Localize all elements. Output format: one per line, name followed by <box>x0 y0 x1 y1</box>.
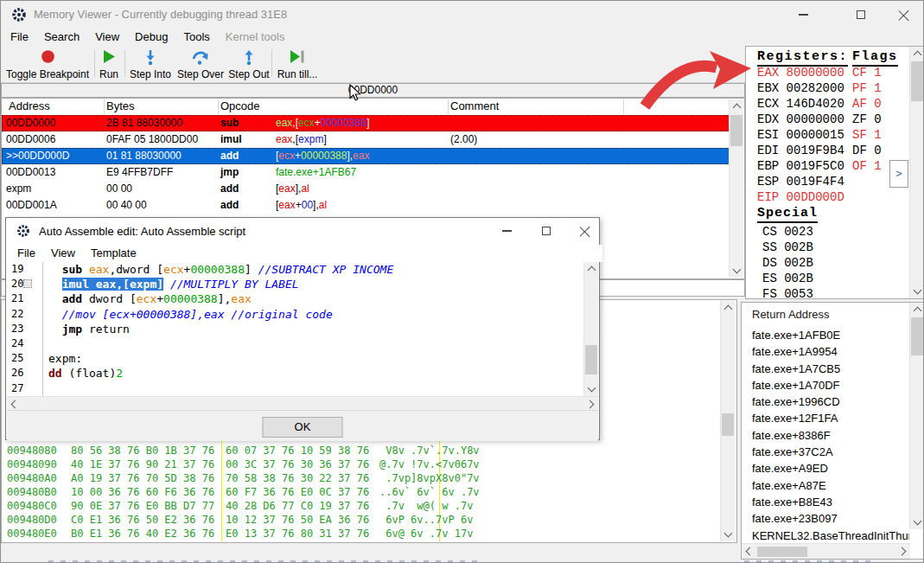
scroll-left-arrow[interactable] <box>7 397 21 411</box>
register-row[interactable]: EDI 0019F9B4DF 0 <box>757 143 907 158</box>
code-line[interactable]: sub eax,dword [ecx+00000388] //SUBTRACT … <box>43 262 584 277</box>
register-row[interactable]: EIP 00DD000D <box>757 189 907 205</box>
scroll-up-arrow[interactable] <box>910 47 924 61</box>
disassembly-scrollbar[interactable] <box>729 99 743 278</box>
scroll-down-arrow[interactable] <box>584 382 598 396</box>
stack-item[interactable]: fate.exe+A87E <box>752 477 909 494</box>
column-comment[interactable]: Comment <box>450 99 499 112</box>
ok-button[interactable]: OK <box>263 417 343 438</box>
scroll-left-arrow[interactable] <box>742 544 755 558</box>
stack-item[interactable]: fate.exe+1A9954 <box>752 343 909 360</box>
title-bar[interactable]: Memory Viewer - Currently debugging thre… <box>1 1 923 29</box>
script-editor[interactable]: 192021222324252627 sub eax,dword [ecx+00… <box>7 262 598 396</box>
stack-item[interactable]: KERNEL32.BaseThreadInitThunk+1 <box>752 528 909 544</box>
stack-hscrollbar[interactable] <box>742 543 910 559</box>
segment-register-row[interactable]: DS 002B <box>762 255 907 271</box>
scroll-up-arrow[interactable] <box>730 99 743 113</box>
disasm-row[interactable]: 00DD0013E9 4FFB7DFFjmpfate.exe+1AFB67 <box>2 164 730 181</box>
code-line[interactable]: imul eax,[expm] //MULTIPLY BY LABEL <box>43 277 584 291</box>
dialog-menu-view[interactable]: View <box>43 245 83 262</box>
scroll-down-arrow[interactable] <box>910 515 924 529</box>
code-line[interactable]: jmp return <box>43 322 584 336</box>
hex-row[interactable]: 009480C090 0E 37 76 E0 BB D7 7740 28 D6 … <box>2 499 719 513</box>
dialog-menu-file[interactable]: File <box>10 245 43 262</box>
register-row[interactable]: EDX 00000000ZF 0 <box>757 112 907 127</box>
run-till-button[interactable]: Run till... <box>275 48 320 80</box>
code-line[interactable]: //mov [ecx+00000388],eax //original code <box>43 307 584 322</box>
hex-row[interactable]: 0094808080 56 38 76 B0 1B 37 7660 07 37 … <box>2 444 719 457</box>
stack-item[interactable]: fate.exe+1A70DF <box>752 377 909 393</box>
run-button[interactable]: Run <box>96 48 122 80</box>
scroll-up-arrow[interactable] <box>910 303 924 317</box>
register-row[interactable]: EBX 00282000PF 1 <box>757 80 907 96</box>
stack-header[interactable]: Return Address <box>752 308 830 321</box>
menu-search[interactable]: Search <box>36 29 87 46</box>
scrollbar-thumb[interactable] <box>911 317 923 355</box>
hex-row[interactable]: 009480E0B0 E1 36 76 40 E2 36 76E0 13 37 … <box>2 527 719 541</box>
minimize-button[interactable] <box>784 1 823 29</box>
scroll-up-arrow[interactable] <box>721 301 735 315</box>
scrollbar-thumb[interactable] <box>911 61 923 101</box>
menu-view[interactable]: View <box>87 29 127 46</box>
menu-tools[interactable]: Tools <box>175 29 217 46</box>
scroll-right-arrow[interactable] <box>584 397 598 411</box>
segment-register-row[interactable]: FS 0053 <box>762 286 907 299</box>
editor-hscrollbar[interactable] <box>7 396 598 411</box>
column-divider[interactable] <box>218 99 219 114</box>
disasm-row[interactable]: 00DD00002B 81 88030000subeax,[ecx+000003… <box>2 115 730 131</box>
expand-registers-button[interactable]: > <box>889 160 908 188</box>
scroll-right-arrow[interactable] <box>896 544 910 558</box>
stack-item[interactable]: fate.exe+12F1FA <box>752 410 909 426</box>
scrollbar-thumb[interactable] <box>757 547 807 557</box>
register-row[interactable]: EAX 80000000CF 1 <box>757 65 907 80</box>
code-line[interactable]: expm: <box>43 351 584 366</box>
hex-row[interactable]: 009480D0C0 E1 36 76 50 E2 36 7610 12 37 … <box>2 513 719 527</box>
hex-row[interactable]: 009480B010 00 36 76 60 F6 36 7660 F7 36 … <box>2 485 719 499</box>
register-row[interactable]: ESI 00000015SF 1 <box>757 127 907 143</box>
scrollbar-thumb[interactable] <box>730 115 742 146</box>
stack-vscrollbar[interactable] <box>909 303 924 529</box>
code-line[interactable] <box>43 336 584 351</box>
address-bar[interactable]: 00DD0000 <box>1 83 745 98</box>
column-divider[interactable] <box>104 99 105 114</box>
segment-register-row[interactable]: SS 002B <box>762 240 907 255</box>
hex-row[interactable]: 009480A0A0 19 37 76 70 5D 38 7670 58 38 … <box>2 471 719 485</box>
stack-item[interactable]: fate.exe+23B097 <box>752 510 909 527</box>
maximize-button[interactable] <box>841 1 880 29</box>
column-bytes[interactable]: Bytes <box>106 99 135 112</box>
editor-vscrollbar[interactable] <box>583 262 598 396</box>
disasm-row[interactable]: 00DD001A00 40 00add[eax+00],al <box>2 197 730 214</box>
stack-item[interactable]: fate.exe+B8E43 <box>752 494 909 510</box>
step-out-button[interactable]: Step Out <box>227 48 271 80</box>
stack-item[interactable]: fate.exe+1996CD <box>752 393 909 410</box>
step-over-button[interactable]: Step Over <box>176 48 225 80</box>
column-divider[interactable] <box>448 99 449 114</box>
stack-item[interactable]: fate.exe+1A7CB5 <box>752 361 909 377</box>
code-line[interactable] <box>43 381 584 396</box>
menu-debug[interactable]: Debug <box>127 29 175 46</box>
column-opcode[interactable]: Opcode <box>220 99 260 112</box>
auto-assemble-dialog[interactable]: Auto Assemble edit: Auto Assemble script… <box>5 217 600 440</box>
column-divider[interactable] <box>623 99 624 114</box>
register-row[interactable]: EBP 0019F5C0OF 1 <box>757 158 907 174</box>
disasm-row[interactable]: expm00 00add[eax],al <box>2 181 730 197</box>
disasm-row[interactable]: 00DD00060FAF 05 1800DD00imuleax,[expm](2… <box>2 131 730 148</box>
dialog-maximize-button[interactable] <box>528 218 564 244</box>
stack-item[interactable]: fate.exe+37C2A <box>752 444 909 460</box>
stack-item[interactable]: fate.exe+A9ED <box>752 460 909 477</box>
menu-kernel-tools[interactable]: Kernel tools <box>218 29 293 46</box>
menu-file[interactable]: File <box>3 29 36 46</box>
scrollbar-thumb[interactable] <box>585 345 597 374</box>
code-line[interactable]: dd (float)2 <box>43 366 584 381</box>
scroll-up-arrow[interactable] <box>584 262 598 276</box>
scrollbar-thumb[interactable] <box>722 413 734 436</box>
hex-row[interactable]: 0094809040 1E 37 76 90 21 37 7600 3C 37 … <box>2 457 719 471</box>
scroll-down-arrow[interactable] <box>730 264 743 278</box>
segment-register-row[interactable]: CS 0023 <box>762 224 907 240</box>
dialog-title-bar[interactable]: Auto Assemble edit: Auto Assemble script <box>6 218 599 245</box>
column-address[interactable]: Address <box>9 99 50 112</box>
register-row[interactable]: ECX 146D4020AF 0 <box>757 96 907 112</box>
stack-item[interactable]: fate.exe+1AFB0E <box>752 327 909 343</box>
toggle-breakpoint-button[interactable]: Toggle Breakpoint <box>4 48 91 80</box>
segment-register-row[interactable]: ES 002B <box>762 271 907 286</box>
